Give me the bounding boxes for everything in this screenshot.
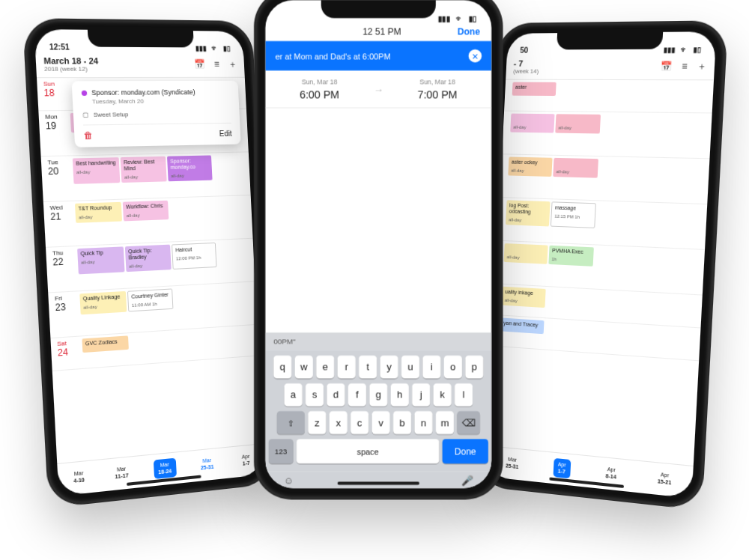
key-n[interactable]: n: [414, 411, 432, 434]
end-time[interactable]: Sun, Mar 18 7:00 PM: [386, 79, 488, 101]
event-block[interactable]: Workflow: Chrisall-day: [123, 201, 169, 222]
day-row[interactable]: all-day all-day: [502, 112, 712, 159]
week-title: March 18 - 24: [43, 56, 98, 66]
week-tab[interactable]: Mar11-17: [109, 462, 133, 483]
event-block[interactable]: all-day: [553, 158, 598, 178]
event-block[interactable]: massage12:15 PM 1h: [551, 201, 596, 228]
key-z[interactable]: z: [308, 411, 326, 434]
key-f[interactable]: f: [348, 383, 366, 407]
week-tab[interactable]: Mar25-31: [195, 454, 218, 475]
event-block[interactable]: PVMHA Exec1h: [548, 246, 594, 267]
key-j[interactable]: j: [412, 383, 430, 407]
key-t[interactable]: t: [359, 356, 377, 379]
event-block[interactable]: uality inkageall-day: [502, 287, 546, 308]
signal-icon: ▮▮▮: [437, 15, 449, 23]
numbers-key[interactable]: 123: [269, 439, 294, 463]
popup-calendar-name: Sweet Setup: [94, 111, 129, 118]
wifi-icon: ᯤ: [455, 15, 463, 23]
list-icon[interactable]: ≡: [682, 61, 688, 72]
week-tab[interactable]: Mar18-24: [153, 458, 176, 479]
key-r[interactable]: r: [338, 356, 356, 379]
event-block[interactable]: Courtney Ginter11:00 AM 1h: [127, 288, 174, 311]
key-d[interactable]: d: [327, 383, 345, 407]
status-icons: ▮▮▮ ᯤ ▮▯: [434, 14, 476, 23]
day-row[interactable]: aster ockeyall-day all-day: [500, 154, 709, 204]
key-w[interactable]: w: [295, 356, 313, 379]
day-row[interactable]: aster: [504, 80, 714, 114]
wifi-icon: ᯤ: [211, 45, 218, 52]
key-u[interactable]: u: [401, 356, 419, 379]
event-block[interactable]: Review: Best Mindall-day: [121, 156, 167, 183]
shift-key[interactable]: ⇧: [277, 411, 305, 434]
week-tab[interactable]: Apr1-7: [553, 458, 571, 478]
key-m[interactable]: m: [436, 411, 454, 434]
key-i[interactable]: i: [422, 356, 440, 379]
event-block[interactable]: Haircut12:00 PM 1h: [172, 243, 216, 270]
week-tab[interactable]: Apr8-14: [601, 463, 622, 484]
key-s[interactable]: s: [306, 383, 324, 407]
key-x[interactable]: x: [330, 411, 348, 434]
day-label: Thu22: [46, 246, 78, 292]
key-v[interactable]: v: [372, 411, 389, 434]
clear-icon[interactable]: ✕: [469, 49, 482, 63]
key-h[interactable]: h: [391, 383, 409, 407]
key-q[interactable]: q: [273, 356, 291, 379]
calendar-icon[interactable]: 📅: [660, 61, 672, 72]
trash-icon[interactable]: 🗑: [83, 130, 93, 141]
key-k[interactable]: k: [433, 383, 451, 407]
event-color-dot: [82, 91, 88, 96]
mic-icon[interactable]: 🎤: [461, 475, 473, 487]
event-block[interactable]: T&T Roundupall-day: [75, 202, 122, 223]
event-block[interactable]: all-day: [510, 114, 554, 133]
time-picker-row[interactable]: Sun, Mar 18 6:00 PM → Sun, Mar 18 7:00 P…: [265, 70, 491, 108]
calendar-icon[interactable]: 📅: [194, 59, 205, 70]
key-b[interactable]: b: [393, 411, 411, 434]
event-block[interactable]: Quick Tip: Bradleyall-day: [125, 245, 172, 273]
day-row[interactable]: Tue20Best handwritingall-dayReview: Best…: [41, 152, 251, 202]
event-block[interactable]: Quality Linkageall-day: [79, 291, 127, 314]
key-o[interactable]: o: [444, 356, 462, 379]
agenda-list[interactable]: Sponsor: monday.com (Syndicate) Tuesday,…: [37, 78, 263, 463]
event-block[interactable]: log Post: odcastingall-day: [506, 200, 551, 226]
week-subtitle: (week 14): [513, 68, 539, 75]
done-button[interactable]: Done: [458, 26, 480, 36]
end-time-value: 7:00 PM: [386, 88, 488, 100]
key-g[interactable]: g: [369, 383, 387, 407]
event-block[interactable]: yan and Tracey: [500, 317, 545, 334]
start-time[interactable]: Sun, Mar 18 6:00 PM: [269, 79, 371, 101]
notch: [88, 30, 194, 48]
key-c[interactable]: c: [351, 411, 369, 434]
week-tab[interactable]: Apr1-7: [237, 450, 255, 470]
event-block[interactable]: all-day: [555, 114, 601, 133]
add-icon[interactable]: ＋: [697, 61, 706, 72]
event-block[interactable]: GVC Zodiacs: [82, 335, 128, 353]
key-l[interactable]: l: [455, 383, 473, 407]
agenda-list[interactable]: aster all-day all-dayaster ockeyall-day …: [488, 80, 714, 466]
space-key[interactable]: space: [297, 439, 439, 463]
event-popup: Sponsor: monday.com (Syndicate) Tuesday,…: [72, 81, 241, 147]
event-block[interactable]: aster ockeyall-day: [508, 156, 552, 176]
event-block[interactable]: Quick Tipall-day: [77, 246, 124, 274]
event-block[interactable]: all-day: [503, 243, 548, 264]
keyboard-suggestion[interactable]: 00PM": [265, 332, 491, 350]
keyboard[interactable]: qwertyuiop asdfghjkl ⇧zxcvbnm⌫ 123 space…: [265, 350, 491, 472]
nlp-input-bar[interactable]: er at Mom and Dad's at 6:00PM ✕: [265, 41, 491, 70]
week-tab[interactable]: Mar25-31: [501, 453, 524, 474]
key-y[interactable]: y: [380, 356, 398, 379]
backspace-key[interactable]: ⌫: [457, 411, 480, 434]
key-e[interactable]: e: [316, 356, 334, 379]
emoji-icon[interactable]: ☺: [283, 475, 293, 487]
event-block[interactable]: Best handwritingall-day: [73, 157, 121, 184]
week-tab[interactable]: Mar4-10: [68, 466, 89, 487]
event-block[interactable]: Sponsor: monday.coall-day: [167, 155, 213, 181]
popup-event-date: Tuesday, March 20: [92, 97, 231, 106]
keyboard-bottom-bar: ☺ 🎤: [265, 472, 491, 488]
add-icon[interactable]: ＋: [228, 59, 237, 70]
week-tab[interactable]: Apr15-21: [652, 468, 676, 490]
keyboard-done-key[interactable]: Done: [443, 439, 488, 463]
list-icon[interactable]: ≡: [214, 59, 220, 70]
edit-button[interactable]: Edit: [219, 129, 232, 137]
key-a[interactable]: a: [284, 383, 302, 407]
key-p[interactable]: p: [465, 356, 483, 379]
event-block[interactable]: aster: [512, 82, 557, 96]
